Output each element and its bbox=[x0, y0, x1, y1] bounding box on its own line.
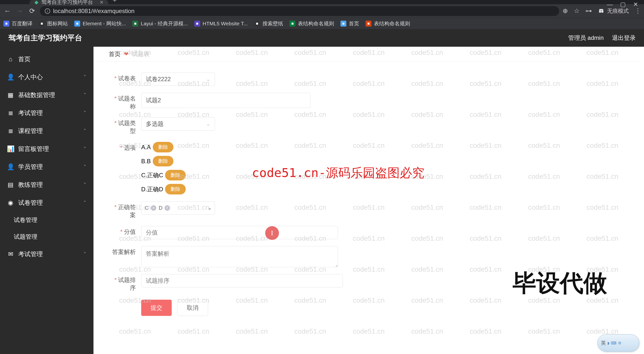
forward-button: → bbox=[15, 7, 24, 15]
answer-tags: C×D× bbox=[145, 205, 170, 211]
ime-lang[interactable]: 英 bbox=[601, 340, 606, 346]
bookmark-favicon-icon: ■ bbox=[74, 21, 80, 26]
address-bar: ← → ⟳ i ⊕ ☆ ⊶ 无痕模式 ⋮ bbox=[0, 4, 644, 18]
shield-icon: ◉ bbox=[8, 199, 14, 206]
delete-option-button[interactable]: 删除 bbox=[153, 156, 174, 166]
bookmark-item[interactable]: ■表结构命名规则 bbox=[366, 20, 410, 27]
cancel-button[interactable]: 取消 bbox=[177, 300, 208, 316]
new-tab-button[interactable]: + bbox=[108, 0, 121, 4]
remove-tag-icon[interactable]: × bbox=[151, 205, 156, 211]
chevron-down-icon: ⌄ bbox=[206, 76, 210, 82]
breadcrumb-current: 试题表 bbox=[132, 50, 150, 58]
option-text: A.A bbox=[141, 144, 151, 151]
bookmark-item[interactable]: ■Layui - 经典开源模... bbox=[132, 20, 188, 27]
browser-tab-other[interactable] bbox=[0, 0, 15, 4]
site-info-icon[interactable]: i bbox=[45, 8, 50, 14]
back-button[interactable]: ← bbox=[3, 7, 12, 15]
bookmark-favicon-icon: ■ bbox=[39, 21, 45, 26]
main-content: 首页 ❤ 试题表 试卷表 试卷2222 ⌄ 试题名称 试题2 试题类型 多选题 bbox=[94, 47, 644, 354]
breadcrumb-home[interactable]: 首页 bbox=[109, 50, 120, 58]
chevron-down-icon: ˅ bbox=[84, 251, 86, 257]
sidebar-item[interactable]: ▦基础数据管理˅ bbox=[0, 86, 94, 104]
tab-close-icon[interactable]: × bbox=[100, 0, 103, 6]
close-window-icon[interactable]: ✕ bbox=[633, 1, 638, 8]
bookmark-star-icon[interactable]: ☆ bbox=[574, 7, 580, 15]
heart-icon: ❤ bbox=[124, 51, 128, 57]
paper-select[interactable]: 试卷2222 ⌄ bbox=[141, 72, 215, 86]
mail-icon: ✉ bbox=[8, 251, 14, 258]
url-input[interactable] bbox=[53, 8, 554, 14]
option-text: B.B bbox=[141, 158, 151, 165]
home-icon: ⌂ bbox=[8, 55, 14, 63]
submit-button[interactable]: 提交 bbox=[141, 300, 172, 316]
chevron-down-icon: ˅ bbox=[84, 92, 86, 98]
analysis-input[interactable] bbox=[141, 246, 338, 267]
order-input[interactable] bbox=[141, 274, 343, 287]
translate-icon[interactable]: ⊕ bbox=[562, 7, 568, 15]
answer-select[interactable]: C×D× ⌄ bbox=[141, 201, 215, 215]
ime-icon[interactable]: ⚙ bbox=[618, 341, 621, 346]
label-score: 分值 bbox=[109, 226, 141, 236]
options-list: A.A删除B.B删除C.正确C删除D.正确D删除 bbox=[141, 142, 186, 194]
minimize-icon[interactable]: — bbox=[607, 1, 613, 8]
stack-icon: ≣ bbox=[8, 109, 14, 116]
bookmark-favicon-icon: ■ bbox=[132, 21, 138, 26]
chevron-up-icon: ˄ bbox=[84, 200, 86, 206]
bookmark-item[interactable]: ■Element - 网站快... bbox=[74, 20, 126, 27]
app-body: ⌂首页👤个人中心˅▦基础数据管理˅≣考试管理˅≣课程管理˅📊留言板管理˅👤学员管… bbox=[0, 47, 644, 354]
bookmark-item[interactable]: ■HTML5 Website T... bbox=[194, 21, 248, 26]
chevron-down-icon: ˅ bbox=[84, 146, 86, 152]
key-icon[interactable]: ⊶ bbox=[586, 7, 592, 15]
label-options: 选项 bbox=[109, 142, 141, 152]
sidebar-item[interactable]: 👤个人中心˅ bbox=[0, 68, 94, 86]
maximize-icon[interactable]: ▢ bbox=[620, 1, 626, 8]
chart-icon: 📊 bbox=[8, 145, 14, 152]
url-box[interactable]: i bbox=[40, 6, 559, 16]
ime-toolbar[interactable]: 英 ◗ ⌨ ⚙ bbox=[597, 334, 639, 352]
bookmark-item[interactable]: ■图标网站 bbox=[39, 20, 68, 27]
question-name-input[interactable]: 试题2 bbox=[141, 93, 310, 108]
svg-point-0 bbox=[599, 10, 601, 12]
doc-icon: ▤ bbox=[8, 181, 14, 188]
ime-icon[interactable]: ⌨ bbox=[611, 341, 616, 346]
sidebar-item[interactable]: ≣考试管理˅ bbox=[0, 104, 94, 122]
type-select[interactable]: 多选题 ⌄ bbox=[141, 117, 215, 131]
option-row: C.正确C删除 bbox=[141, 170, 186, 180]
chevron-down-icon: ˅ bbox=[84, 182, 86, 188]
sidebar-subitem[interactable]: 试题管理 bbox=[0, 228, 94, 245]
delete-option-button[interactable]: 删除 bbox=[165, 184, 186, 194]
option-row: D.正确D删除 bbox=[141, 184, 186, 194]
option-text: D.正确D bbox=[141, 185, 163, 193]
option-text: C.正确C bbox=[141, 171, 163, 179]
bookmark-favicon-icon: ■ bbox=[254, 21, 260, 26]
sidebar-item[interactable]: 📊留言板管理˅ bbox=[0, 140, 94, 158]
tab-title: 驾考自主学习预约平台 bbox=[41, 0, 93, 6]
reload-button[interactable]: ⟳ bbox=[28, 7, 36, 15]
bookmark-item[interactable]: ■百度翻译 bbox=[4, 20, 32, 27]
sidebar-item[interactable]: ◉试卷管理˄ bbox=[0, 194, 94, 212]
option-row: B.B删除 bbox=[141, 156, 186, 166]
sidebar-item[interactable]: ✉考试管理˅ bbox=[0, 245, 94, 263]
header-user[interactable]: 管理员 admin bbox=[568, 34, 604, 42]
sidebar-item[interactable]: ≣课程管理˅ bbox=[0, 122, 94, 140]
bookmark-item[interactable]: ■搜索壁纸 bbox=[254, 20, 283, 27]
chevron-down-icon: ˅ bbox=[84, 110, 86, 116]
delete-option-button[interactable]: 删除 bbox=[153, 142, 174, 152]
user-icon: 👤 bbox=[8, 163, 14, 170]
ime-icon[interactable]: ◗ bbox=[607, 341, 609, 346]
browser-tab-other2[interactable] bbox=[15, 0, 30, 4]
bookmark-item[interactable]: ■首页 bbox=[340, 20, 359, 27]
score-input[interactable] bbox=[141, 226, 338, 239]
remove-tag-icon[interactable]: × bbox=[164, 205, 170, 211]
sidebar-item[interactable]: ⌂首页 bbox=[0, 50, 94, 68]
label-analysis: 答案解析 bbox=[109, 246, 141, 256]
delete-option-button[interactable]: 删除 bbox=[165, 170, 186, 180]
logout-button[interactable]: 退出登录 bbox=[612, 34, 636, 42]
sidebar-item[interactable]: 👤学员管理˅ bbox=[0, 158, 94, 176]
bookmark-item[interactable]: ■表结构命名规则 bbox=[290, 20, 334, 27]
sidebar-subitem[interactable]: 试卷管理 bbox=[0, 212, 94, 228]
sidebar-item[interactable]: ▤教练管理˅ bbox=[0, 176, 94, 194]
app-header: 驾考自主学习预约平台 管理员 admin 退出登录 bbox=[0, 29, 644, 47]
chevron-down-icon: ˅ bbox=[84, 128, 86, 134]
browser-tab-active[interactable]: ◆ 驾考自主学习预约平台 × bbox=[30, 0, 108, 4]
